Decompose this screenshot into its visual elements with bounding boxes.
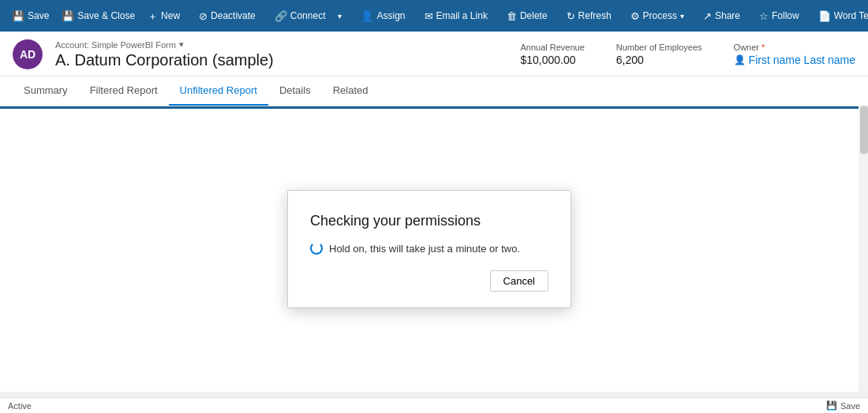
- save-icon: 💾: [12, 11, 24, 21]
- delete-button[interactable]: 🗑 Delete: [501, 7, 553, 24]
- record-fields: Annual Revenue $10,000.00 Number of Empl…: [520, 43, 855, 66]
- new-button[interactable]: ＋ New: [142, 7, 185, 24]
- connect-dropdown[interactable]: ▾: [332, 9, 347, 24]
- record-header: AD Account: Simple PowerBI Form ▾ A. Dat…: [0, 32, 868, 76]
- dialog-actions: Cancel: [310, 270, 548, 292]
- avatar: AD: [13, 39, 43, 69]
- save-close-icon: 💾: [62, 11, 74, 21]
- loading-spinner: [310, 242, 323, 255]
- word-templates-button[interactable]: 📄 Word Templates ▾: [813, 7, 868, 24]
- process-icon: ⚙: [630, 11, 640, 21]
- new-icon: ＋: [148, 11, 158, 21]
- tab-related[interactable]: Related: [322, 76, 380, 106]
- assign-icon: 👤: [361, 11, 373, 21]
- connect-button[interactable]: 🔗 Connect: [269, 7, 331, 24]
- email-icon: ✉: [425, 11, 433, 21]
- cancel-button[interactable]: Cancel: [490, 270, 548, 292]
- word-templates-icon: 📄: [818, 11, 831, 21]
- owner-label: Owner *: [734, 43, 855, 52]
- tab-summary[interactable]: Summary: [13, 76, 79, 106]
- owner-field: Owner * 👤 First name Last name: [734, 43, 855, 66]
- tab-details[interactable]: Details: [268, 76, 322, 106]
- record-form-label: Account: Simple PowerBI Form ▾: [55, 39, 507, 50]
- dialog-message: Hold on, this will take just a minute or…: [310, 242, 548, 255]
- deactivate-button[interactable]: ⊘ Deactivate: [193, 7, 261, 24]
- record-name: A. Datum Corporation (sample): [55, 51, 507, 69]
- dialog-title: Checking your permissions: [310, 213, 548, 229]
- share-icon: ↗: [703, 11, 712, 21]
- permissions-dialog: Checking your permissions Hold on, this …: [287, 190, 571, 308]
- employees-field: Number of Employees 6,200: [616, 43, 702, 66]
- scrollbar[interactable]: [859, 106, 868, 392]
- assign-button[interactable]: 👤 Assign: [355, 7, 410, 24]
- tab-filtered-report[interactable]: Filtered Report: [79, 76, 169, 106]
- employees-value: 6,200: [616, 54, 702, 66]
- record-info: Account: Simple PowerBI Form ▾ A. Datum …: [55, 39, 507, 69]
- refresh-icon: ↻: [567, 11, 575, 21]
- delete-icon: 🗑: [507, 11, 517, 21]
- deactivate-icon: ⊘: [199, 11, 208, 21]
- main-content: Checking your permissions Hold on, this …: [0, 106, 868, 392]
- employees-label: Number of Employees: [616, 43, 702, 52]
- toolbar: 💾 Save 💾 Save & Close ＋ New ⊘ Deactivate…: [0, 0, 868, 32]
- email-link-button[interactable]: ✉ Email a Link: [419, 7, 493, 24]
- annual-revenue-value: $10,000.00: [520, 54, 584, 66]
- scroll-thumb[interactable]: [860, 106, 868, 154]
- process-button[interactable]: ⚙ Process ▾: [625, 7, 690, 24]
- tabs: Summary Filtered Report Unfiltered Repor…: [0, 76, 868, 106]
- annual-revenue-label: Annual Revenue: [520, 43, 584, 52]
- save-close-button[interactable]: 💾 Save & Close: [56, 7, 140, 24]
- annual-revenue-field: Annual Revenue $10,000.00: [520, 43, 584, 66]
- follow-star-icon: ☆: [759, 11, 769, 21]
- follow-button[interactable]: ☆ Follow: [754, 7, 805, 24]
- chevron-down-icon: ▾: [338, 12, 342, 20]
- share-button[interactable]: ↗ Share: [698, 7, 746, 24]
- owner-person-icon: 👤: [734, 54, 746, 65]
- connect-icon: 🔗: [275, 11, 287, 21]
- form-label-chevron-icon[interactable]: ▾: [179, 39, 184, 50]
- tab-unfiltered-report[interactable]: Unfiltered Report: [169, 76, 268, 106]
- refresh-button[interactable]: ↻ Refresh: [561, 7, 617, 24]
- process-chevron-icon: ▾: [680, 12, 684, 20]
- save-button[interactable]: 💾 Save: [6, 7, 54, 24]
- owner-value[interactable]: 👤 First name Last name: [734, 54, 855, 66]
